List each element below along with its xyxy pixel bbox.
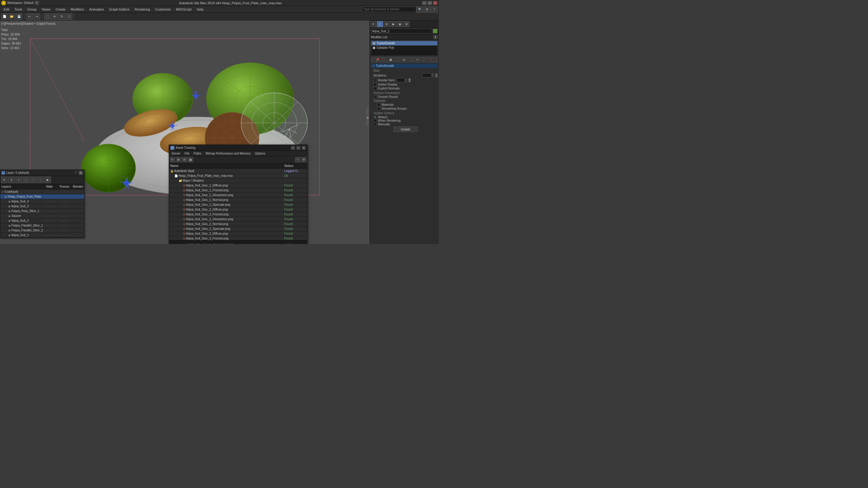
- layer-hide-fpl2[interactable]: — — —: [43, 229, 58, 232]
- tab-hierarchy[interactable]: ⊕: [384, 21, 390, 27]
- layer-freeze-fpl1[interactable]: — — —: [58, 224, 72, 227]
- menu-rendering[interactable]: Rendering: [132, 7, 153, 12]
- layers-add-btn[interactable]: +: [16, 176, 22, 183]
- at-btn-4[interactable]: ▦: [188, 157, 193, 162]
- at-minimize-btn[interactable]: ─: [291, 146, 295, 150]
- layer-render-ff2[interactable]: ···: [72, 219, 84, 222]
- layers-up-btn[interactable]: ↑: [30, 176, 36, 183]
- at-row-10[interactable]: 🖼 feijoa_fruit_Geo_2_Glossiness.png Foun…: [169, 217, 307, 222]
- at-menu-options[interactable]: Options: [253, 152, 267, 156]
- minimize-button[interactable]: ─: [422, 1, 427, 5]
- layer-freeze-saucer[interactable]: — — —: [57, 215, 72, 218]
- layer-freeze-default[interactable]: — — —: [57, 190, 72, 193]
- isoline-checkbox[interactable]: [373, 83, 377, 86]
- layer-hide-fps1[interactable]: — — —: [42, 210, 57, 213]
- tab-motion[interactable]: ▶: [390, 21, 396, 27]
- object-name-input[interactable]: [371, 29, 432, 33]
- iterations-down[interactable]: ▼: [435, 75, 438, 77]
- layer-hide-saucer[interactable]: — — —: [42, 215, 57, 218]
- at-row-9[interactable]: 🖼 feijoa_fruit_Geo_2_Fresnel.png Found: [169, 212, 307, 217]
- tab-create[interactable]: ✦: [370, 21, 376, 27]
- always-radio[interactable]: [373, 116, 377, 119]
- at-btn-2[interactable]: ⊞: [176, 157, 181, 162]
- layer-freeze-heap[interactable]: — — —: [57, 195, 72, 198]
- smooth-result-checkbox[interactable]: ✓: [373, 95, 377, 98]
- menu-edit[interactable]: Edit: [1, 7, 12, 12]
- layer-hide-fpl1[interactable]: — — —: [43, 224, 58, 227]
- new-button[interactable]: 📄: [1, 13, 8, 20]
- modifier-editable-poly[interactable]: Editable Poly: [371, 45, 437, 50]
- layer-hide-ff3[interactable]: — — —: [42, 205, 57, 208]
- config-sets-btn[interactable]: ▦: [384, 57, 398, 62]
- layers-help[interactable]: ?: [74, 171, 78, 174]
- tab-utilities[interactable]: ⚙: [404, 21, 410, 27]
- layer-row-default[interactable]: ✓0 (default)— — —— — —···: [0, 190, 84, 194]
- layers-delete-btn[interactable]: ✕: [8, 176, 15, 183]
- menu-maxscript[interactable]: MAXScript: [174, 7, 194, 12]
- materials-checkbox[interactable]: [377, 103, 380, 106]
- menu-animation[interactable]: Animation: [87, 7, 106, 12]
- layer-hide-ff4[interactable]: — — —: [42, 200, 57, 203]
- render-iters-up[interactable]: ▲: [408, 78, 411, 80]
- color-swatch[interactable]: [433, 29, 438, 33]
- undo-button[interactable]: ↩: [26, 13, 33, 20]
- at-row-0[interactable]: 🔒 Autodesk Vault Logged O...: [169, 169, 307, 173]
- open-button[interactable]: 📂: [8, 13, 15, 20]
- move-button[interactable]: ✛: [51, 13, 58, 20]
- modifier-list-dropdown[interactable]: ▼: [433, 35, 438, 39]
- at-btn-1[interactable]: ↻: [170, 157, 175, 162]
- scale-button[interactable]: ⬡: [66, 13, 72, 20]
- layer-render-saucer[interactable]: ···: [72, 215, 84, 218]
- layer-row-ff2[interactable]: ▶feijoa_fruit_2— — —— — —···: [0, 218, 84, 223]
- layer-row-fps1[interactable]: ▶Feijoa_Perp_Slice_1— — —— — —···: [0, 209, 84, 214]
- layer-row-ff4[interactable]: ▶feijoa_fruit_4— — —— — —···: [0, 199, 84, 204]
- at-row-1[interactable]: 📄 Heap_Feijoa_Fruit_Plate_max_vray.max O…: [169, 173, 307, 178]
- layer-hide-heap[interactable]: — — —: [42, 195, 57, 198]
- layer-freeze-ff3[interactable]: — — —: [57, 205, 72, 208]
- menu-graph-editors[interactable]: Graph Editors: [107, 7, 132, 12]
- menu-help[interactable]: Help: [194, 7, 206, 12]
- layer-render-fps1[interactable]: ···: [72, 210, 84, 213]
- at-row-8[interactable]: 🖼 feijoa_fruit_Geo_2_Diffuse.png Found: [169, 207, 307, 212]
- layer-hide-default[interactable]: — — —: [42, 190, 57, 193]
- layer-render-ff3[interactable]: ···: [72, 205, 84, 208]
- explicit-normals-checkbox[interactable]: [373, 87, 377, 90]
- update-button[interactable]: Update: [394, 127, 418, 132]
- close-button[interactable]: ✕: [433, 1, 438, 5]
- show-result-btn[interactable]: ◎: [398, 57, 411, 62]
- tab-modify[interactable]: ✐: [377, 21, 383, 27]
- at-row-11[interactable]: 🖼 feijoa_fruit_Geo_2_Normal.png Found: [169, 222, 307, 227]
- render-iters-down[interactable]: ▼: [408, 80, 411, 82]
- at-menu-bitmap-perf[interactable]: Bitmap Performance and Memory: [204, 152, 253, 156]
- layer-row-saucer[interactable]: ▶Saucer— — —— — —···: [0, 214, 84, 218]
- layer-freeze-ff4[interactable]: — — —: [57, 200, 72, 203]
- layer-render-ff4[interactable]: ···: [72, 200, 84, 203]
- at-menu-paths[interactable]: Paths: [192, 152, 204, 156]
- help-button[interactable]: ?: [431, 6, 438, 13]
- at-settings-btn[interactable]: ⚙: [301, 157, 307, 162]
- at-close-btn[interactable]: ✕: [302, 146, 306, 150]
- layer-render-fpl1[interactable]: ···: [72, 224, 84, 227]
- menu-customize[interactable]: Customize: [153, 7, 173, 12]
- search-options-button[interactable]: ⚙: [424, 6, 430, 13]
- layers-expand-btn[interactable]: ▶: [44, 176, 51, 183]
- layer-row-ff3[interactable]: ▶feijoa_fruit_3— — —— — —···: [0, 204, 84, 209]
- make-unique-btn[interactable]: ✂: [411, 57, 424, 62]
- manually-radio[interactable]: [373, 123, 377, 126]
- tab-display[interactable]: ◉: [397, 21, 403, 27]
- layer-row-fpl2[interactable]: ▶Feijoa_Parallel_Slice_2— — —— — —···: [0, 228, 84, 233]
- at-row-12[interactable]: 🖼 feijoa_fruit_Geo_2_Specular.png Found: [169, 227, 307, 231]
- at-help-btn[interactable]: ?: [295, 157, 301, 162]
- menu-modifiers[interactable]: Modifiers: [68, 7, 87, 12]
- search-input[interactable]: [362, 7, 416, 12]
- layer-hide-ff1[interactable]: — — —: [42, 234, 57, 237]
- when-rendering-radio[interactable]: [373, 119, 377, 122]
- layer-render-heap[interactable]: ···: [72, 195, 84, 198]
- layer-hide-ff2[interactable]: — — —: [42, 219, 57, 222]
- save-button[interactable]: 💾: [16, 13, 22, 20]
- pin-btn[interactable]: 📌: [371, 57, 384, 62]
- layers-down-btn[interactable]: ↓: [37, 176, 44, 183]
- layers-new-btn[interactable]: ✦: [1, 176, 7, 183]
- iterations-input[interactable]: [422, 73, 434, 77]
- smoothing-groups-checkbox[interactable]: [377, 107, 380, 110]
